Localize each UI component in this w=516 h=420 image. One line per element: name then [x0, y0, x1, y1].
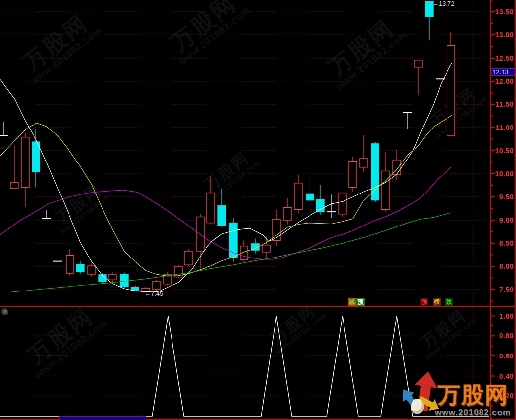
candle-body: [184, 251, 192, 265]
price-tick-label: 11.00: [492, 124, 514, 131]
jian-label: 减: [348, 298, 356, 306]
price-tick-label: 11.50: [492, 100, 514, 108]
high-price-label: ←13.72: [432, 0, 455, 7]
candle-body: [414, 60, 422, 67]
candle-body: [207, 193, 215, 223]
candle-body: [76, 264, 84, 272]
price-tick-label: 9.50: [492, 193, 514, 201]
site-logo: 万股网 www.201082.com: [403, 368, 516, 420]
alert-button-jianyu[interactable]: 减 预: [348, 298, 365, 306]
price-tick-label: 7.50: [492, 286, 514, 293]
stock-app-screen: 万股网 www.201082.com 万股网 www.201082.com 万股…: [0, 0, 516, 420]
chart-canvas: [0, 0, 516, 420]
indicator-title[interactable]: 金银满贯副图: [10, 308, 58, 319]
candle-body: [339, 193, 346, 214]
candle-body: [349, 162, 357, 188]
candle-body: [371, 144, 379, 200]
candle-body: [306, 194, 314, 200]
candle-body: [108, 275, 116, 280]
candle-body: [120, 274, 128, 287]
candle-body: [88, 266, 96, 274]
price-tick-label: 12.00: [492, 77, 514, 85]
indicator-param-value: 选股: 0.00: [60, 308, 96, 319]
price-tick-label: 10.00: [492, 170, 514, 178]
candle-body: [381, 171, 389, 209]
candle-body: [152, 282, 160, 289]
current-price-marker: 12.13: [491, 68, 515, 76]
candle-body: [447, 46, 455, 136]
button-rise[interactable]: 涨: [420, 298, 428, 306]
price-tick-label: 12.50: [492, 54, 514, 62]
indicator-tick-label: 1.00: [492, 312, 514, 320]
candle-body: [294, 183, 302, 210]
candle-body: [197, 217, 205, 251]
candle-body: [66, 255, 74, 273]
price-tick-label: 8.50: [492, 239, 514, 247]
yu-label: 预: [356, 298, 365, 306]
candle-body: [360, 159, 368, 167]
candle-body: [240, 246, 248, 260]
candle-body: [131, 287, 139, 291]
collapse-chevron-icon[interactable]: ∨: [1, 308, 8, 315]
button-fall[interactable]: 跌: [445, 298, 453, 306]
indicator-tick-label: 0.80: [492, 332, 514, 340]
price-tick-label: 9.00: [492, 216, 514, 224]
price-tick-label: 10.50: [492, 147, 514, 155]
low-price-label: ←7.45: [144, 290, 163, 297]
indicator-tick-label: 0.60: [492, 352, 514, 360]
price-tick-label: 8.00: [492, 262, 514, 270]
candle-body: [262, 245, 270, 252]
partial-tooltip: [59, 416, 146, 420]
site-logo-text: 万股网: [438, 380, 509, 411]
price-tick-label: 13.50: [492, 8, 514, 16]
logo-ball-icon: [411, 399, 424, 414]
candle-body: [32, 142, 40, 172]
candle-body: [218, 206, 226, 225]
button-rank[interactable]: 榜: [433, 298, 441, 306]
site-logo-url: www.201082.com: [435, 408, 511, 418]
candle-body: [283, 208, 291, 220]
candle-body: [316, 199, 324, 212]
candle-body: [21, 137, 29, 188]
candle-body: [10, 183, 18, 188]
price-tick-label: 13.00: [492, 31, 514, 39]
